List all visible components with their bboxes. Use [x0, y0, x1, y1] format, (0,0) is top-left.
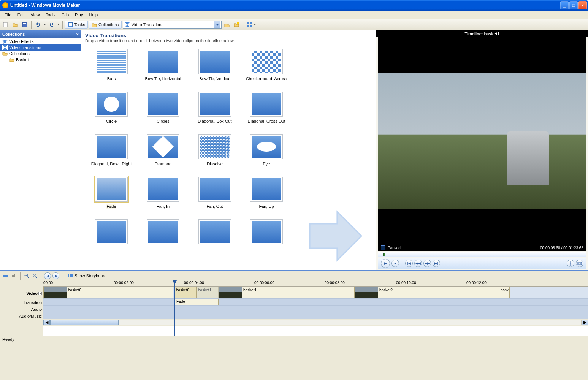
zoom-out-button[interactable] — [32, 272, 38, 279]
svg-rect-4 — [69, 23, 72, 24]
music-track[interactable] — [43, 312, 588, 319]
minimize-button[interactable]: _ — [560, 1, 569, 10]
new-project-button[interactable] — [2, 21, 10, 29]
menu-play[interactable]: Play — [72, 12, 86, 18]
transition-diagonal-cross-out[interactable]: Diagonal, Cross Out — [242, 92, 291, 124]
clip-basket1[interactable]: basket1 — [197, 287, 219, 298]
clip-basket1[interactable]: basket1 — [219, 287, 355, 298]
sidebar-close-icon[interactable]: × — [76, 32, 79, 36]
svg-rect-16 — [3, 275, 8, 277]
status-bar: Ready — [0, 336, 588, 344]
menu-clip[interactable]: Clip — [59, 12, 72, 18]
next-clip-button[interactable]: ▶| — [433, 260, 440, 267]
zoom-in-button[interactable] — [23, 272, 30, 279]
title-bar: Untitled - Windows Movie Maker _ □ × — [0, 0, 588, 11]
transition-partial[interactable] — [190, 219, 239, 247]
transition-diagonal-down-right[interactable]: Diagonal, Down Right — [87, 134, 136, 166]
transition-bow-tie-horizontal[interactable]: Bow Tie, Horizontal — [138, 49, 188, 81]
audio-levels-button[interactable] — [11, 272, 17, 279]
transition-clip[interactable]: Fade — [174, 299, 219, 305]
clip-thumbnail — [355, 287, 378, 298]
menu-help[interactable]: Help — [86, 12, 101, 18]
transition-eye[interactable]: Eye — [242, 134, 291, 166]
transition-partial[interactable] — [242, 219, 291, 247]
clip-basket0[interactable]: basket0 — [43, 287, 173, 298]
collections-button[interactable]: Collections — [89, 21, 122, 29]
undo-button[interactable] — [34, 21, 42, 29]
transition-circle[interactable]: Circle — [87, 92, 136, 124]
save-button[interactable] — [21, 21, 29, 29]
menu-file[interactable]: File — [2, 12, 14, 18]
maximize-button[interactable]: □ — [569, 1, 578, 10]
folder-icon — [2, 51, 8, 56]
clip-basket2[interactable]: basket2 — [355, 287, 499, 298]
show-storyboard-button[interactable]: Show Storyboard — [65, 272, 109, 280]
snapshot-button[interactable] — [576, 260, 583, 267]
timeline-view-button[interactable] — [2, 272, 9, 279]
clip-basket0[interactable]: basket0 — [174, 287, 197, 298]
open-button[interactable] — [11, 21, 19, 29]
scroll-right-button[interactable]: ▶ — [582, 320, 588, 325]
storyboard-icon — [68, 273, 73, 279]
menu-edit[interactable]: Edit — [14, 12, 28, 18]
gallery-hint: Drag a video transition and drop it betw… — [85, 38, 372, 43]
stop-button[interactable]: ■ — [391, 260, 399, 267]
playhead[interactable] — [174, 280, 175, 336]
redo-dropdown-icon[interactable]: ▼ — [57, 23, 60, 26]
forward-button[interactable]: ▶▶ — [423, 260, 431, 267]
transition-fan-in[interactable]: Fan, In — [138, 177, 188, 209]
transition-diamond[interactable]: Diamond — [138, 134, 188, 166]
menu-tools[interactable]: Tools — [43, 12, 59, 18]
play-button[interactable]: ▶ — [381, 259, 390, 268]
tasks-button[interactable]: Tasks — [65, 21, 88, 29]
transition-dissolve[interactable]: Dissolve — [190, 134, 239, 166]
svg-point-15 — [579, 263, 580, 264]
transition-fan-up[interactable]: Fan, Up — [242, 177, 291, 209]
tree-item-video-effects[interactable]: Video Effects — [0, 38, 81, 44]
transition-fan-out[interactable]: Fan, Out — [190, 177, 239, 209]
scroll-left-button[interactable]: ◀ — [43, 320, 50, 325]
transition-bow-tie-vertical[interactable]: Bow Tie, Vertical — [190, 49, 239, 81]
transitions-gallery[interactable]: BarsBow Tie, HorizontalBow Tie, Vertical… — [81, 45, 376, 270]
prev-clip-button[interactable]: |◀ — [405, 260, 413, 267]
tree-item-collections[interactable]: Collections — [0, 51, 81, 57]
transition-thumb-icon — [148, 178, 178, 200]
redo-button[interactable] — [48, 21, 56, 29]
preview-seek-bar[interactable] — [378, 252, 586, 257]
svg-rect-9 — [247, 22, 249, 24]
transition-diagonal-box-out[interactable]: Diagonal, Box Out — [190, 92, 239, 124]
video-track[interactable]: basket0basket0basket1basket1basket2baske — [43, 287, 588, 299]
new-folder-button[interactable] — [232, 21, 241, 29]
tree-item-video-transitions[interactable]: Video Transitions — [0, 44, 81, 51]
timeline-ruler[interactable]: 00.0000:00:02.0000:00:04.0000:00:06.0000… — [43, 280, 588, 287]
show-storyboard-label: Show Storyboard — [74, 274, 106, 278]
rewind-button[interactable]: ◀◀ — [414, 260, 422, 267]
transition-checkerboard-across[interactable]: Checkerboard, Across — [242, 49, 291, 81]
transition-fade[interactable]: Fade — [87, 177, 136, 209]
timeline-rewind-button[interactable]: |◀ — [44, 272, 51, 279]
transition-bars[interactable]: Bars — [87, 49, 136, 81]
scroll-thumb[interactable] — [50, 320, 119, 325]
views-button[interactable]: ▼ — [246, 21, 258, 29]
transitions-pane: Video Transitions Drag a video transitio… — [81, 30, 376, 270]
ruler-tick: 00:00:02.00 — [114, 281, 134, 285]
transition-track[interactable]: Fade — [43, 299, 588, 306]
timeline-tracks[interactable]: 00.0000:00:02.0000:00:04.0000:00:06.0000… — [43, 280, 588, 336]
undo-dropdown-icon[interactable]: ▼ — [43, 23, 46, 26]
timeline-toolbar: |◀ ▶ Show Storyboard — [0, 271, 588, 280]
transition-partial[interactable] — [138, 219, 188, 247]
transition-circles[interactable]: Circles — [138, 92, 188, 124]
timeline-play-button[interactable]: ▶ — [52, 272, 59, 279]
split-button[interactable] — [567, 260, 574, 267]
collections-sidebar: Collections × Video EffectsVideo Transit… — [0, 30, 81, 270]
transition-partial[interactable] — [87, 219, 136, 247]
clip-baske[interactable]: baske — [499, 287, 510, 298]
tree-item-basket[interactable]: Basket — [0, 57, 81, 63]
collapse-track-icon[interactable]: - — [38, 292, 42, 295]
timeline-scrollbar[interactable]: ◀ ▶ — [43, 319, 588, 326]
close-button[interactable]: × — [578, 1, 587, 10]
audio-track[interactable] — [43, 306, 588, 312]
up-folder-button[interactable] — [223, 21, 231, 29]
location-dropdown[interactable]: Video Transitions — [123, 21, 222, 29]
menu-view[interactable]: View — [28, 12, 43, 18]
